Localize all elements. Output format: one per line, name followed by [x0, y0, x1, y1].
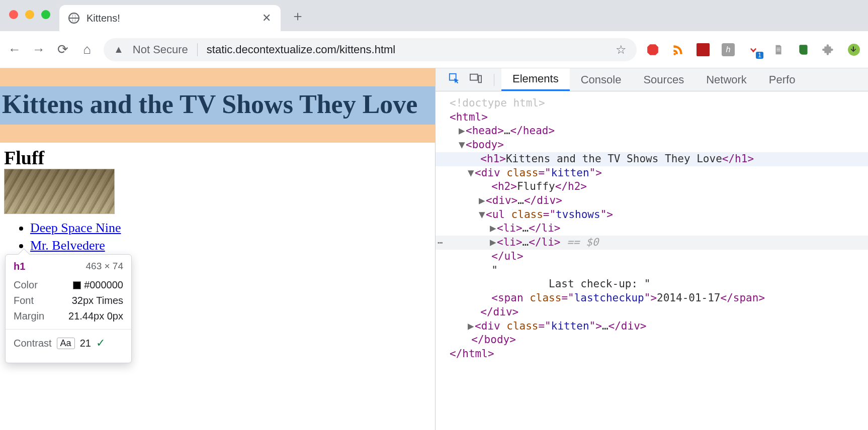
browser-tab[interactable]: Kittens! ✕ — [59, 5, 281, 31]
device-toggle-icon[interactable] — [465, 73, 487, 86]
toolbar: ← → ⟳ ⌂ ▲ Not Secure static.decontextual… — [0, 31, 868, 68]
document-icon[interactable] — [771, 43, 786, 57]
tvshows-list: Deep Space Nine Mr. Belvedere — [0, 219, 435, 254]
dom-node[interactable]: </div> — [436, 305, 868, 319]
extensions-tray: h 1 — [646, 43, 861, 57]
tab-close-button[interactable]: ✕ — [259, 12, 274, 25]
forward-button[interactable]: → — [31, 42, 46, 57]
color-swatch-icon — [73, 281, 81, 289]
tab-sources[interactable]: Sources — [632, 68, 695, 91]
dom-node[interactable]: ▶<li>…</li> — [436, 222, 868, 236]
jdownloader-icon[interactable] — [847, 43, 861, 57]
svg-marker-0 — [647, 44, 658, 55]
dom-node-hover[interactable]: ▶<li>…</li> == $0 — [436, 236, 868, 250]
tooltip-margin-label: Margin — [14, 310, 44, 322]
browser-chrome: Kittens! ✕ ＋ ← → ⟳ ⌂ ▲ Not Secure static… — [0, 0, 868, 68]
honey-icon[interactable]: h — [721, 43, 735, 57]
address-bar[interactable]: ▲ Not Secure static.decontextualize.com/… — [104, 38, 637, 61]
window-close-button[interactable] — [9, 10, 18, 19]
dom-node[interactable]: <span class="lastcheckup">2014-01-17</sp… — [436, 291, 868, 305]
h1-box-model-overlay: Kittens and the TV Shows They Love — [0, 68, 435, 143]
inspect-element-icon[interactable] — [444, 73, 465, 87]
devtools-tabstrip: Elements Console Sources Network Perfo — [436, 68, 868, 91]
tab-network[interactable]: Network — [695, 68, 758, 91]
download-badge: 1 — [756, 52, 763, 59]
window-controls — [0, 10, 59, 26]
tvshow-link[interactable]: Deep Space Nine — [30, 221, 121, 235]
tooltip-font-label: Font — [14, 295, 34, 306]
element-inspect-tooltip: h1 463 × 74 Color #000000 Font 32px Time… — [5, 254, 132, 363]
dom-text-node[interactable]: Last check-up: " — [436, 277, 868, 291]
tooltip-contrast-value: 21 — [80, 338, 91, 349]
tab-console[interactable]: Console — [570, 68, 633, 91]
h1-margin-bottom — [0, 125, 435, 143]
svg-rect-4 — [479, 75, 482, 82]
tooltip-font-value: 32px Times — [72, 295, 123, 306]
dom-node[interactable]: ▼<body> — [436, 138, 868, 152]
tvshow-link[interactable]: Mr. Belvedere — [30, 238, 105, 253]
download-helper-icon[interactable]: 1 — [746, 43, 760, 57]
tooltip-contrast-label: Contrast — [14, 338, 52, 349]
page-viewport: Kittens and the TV Shows They Love Fluff… — [0, 68, 436, 430]
tab-title: Kittens! — [86, 13, 252, 24]
tooltip-color-value: #000000 — [84, 279, 123, 290]
dom-node[interactable]: <html> — [436, 111, 868, 125]
url-text: static.decontextualize.com/kittens.html — [207, 43, 395, 56]
devtools-panel: Elements Console Sources Network Perfo <… — [436, 68, 868, 430]
tab-elements[interactable]: Elements — [501, 68, 570, 91]
tab-performance[interactable]: Perfo — [758, 68, 807, 91]
home-button[interactable]: ⌂ — [79, 42, 95, 57]
dictionary-icon[interactable] — [696, 43, 710, 57]
dom-node[interactable]: </ul> — [436, 250, 868, 264]
tab-strip: Kittens! ✕ ＋ — [0, 0, 868, 31]
window-maximize-button[interactable] — [41, 10, 50, 19]
tooltip-tag: h1 — [14, 261, 25, 272]
list-item: Mr. Belvedere — [30, 237, 435, 254]
bookmark-star-icon[interactable]: ☆ — [616, 43, 627, 57]
dom-node-selected[interactable]: <h1>Kittens and the TV Shows They Love</… — [436, 152, 868, 166]
dom-node[interactable]: ▼<div class="kitten"> — [436, 166, 868, 180]
globe-icon — [68, 13, 79, 24]
reload-button[interactable]: ⟳ — [55, 42, 70, 57]
tooltip-color-label: Color — [14, 279, 38, 291]
page-heading: Kittens and the TV Shows They Love — [0, 86, 435, 125]
security-warning-icon: ▲ — [114, 44, 124, 55]
dom-node[interactable]: </body> — [436, 333, 868, 347]
dom-node[interactable]: ▶<div class="kitten">…</div> — [436, 319, 868, 334]
extensions-icon[interactable] — [822, 43, 836, 57]
content-row: Kittens and the TV Shows They Love Fluff… — [0, 68, 868, 430]
adblock-icon[interactable] — [646, 43, 660, 57]
list-item: Deep Space Nine — [30, 219, 435, 237]
page-subheading-peek: Fluff — [0, 143, 435, 169]
rss-icon[interactable] — [671, 43, 685, 57]
dom-node[interactable]: ▶<div>…</div> — [436, 194, 868, 208]
kitten-image — [4, 169, 115, 214]
dom-node[interactable]: ▶<head>…</head> — [436, 124, 868, 138]
tooltip-dimensions: 463 × 74 — [86, 261, 124, 272]
svg-rect-3 — [470, 74, 478, 80]
dom-doctype: <!doctype html> — [450, 97, 545, 109]
dom-node[interactable]: <h2>Fluffy</h2> — [436, 180, 868, 194]
dom-text-node[interactable]: " — [436, 264, 868, 278]
dom-node[interactable]: </html> — [436, 347, 868, 361]
not-secure-label: Not Secure — [133, 43, 188, 56]
back-button[interactable]: ← — [7, 42, 22, 57]
checkmark-icon: ✓ — [96, 337, 105, 350]
window-minimize-button[interactable] — [25, 10, 34, 19]
dom-tree[interactable]: <!doctype html> <html> ▶<head>…</head> ▼… — [436, 91, 868, 430]
omnibox-separator — [197, 43, 198, 56]
h1-margin-top — [0, 68, 435, 86]
evernote-icon[interactable] — [797, 43, 811, 57]
contrast-aa-badge: Aa — [57, 338, 75, 349]
new-tab-button[interactable]: ＋ — [288, 7, 308, 30]
dom-node[interactable]: ▼<ul class="tvshows"> — [436, 208, 868, 222]
tooltip-margin-value: 21.44px 0px — [68, 310, 123, 322]
